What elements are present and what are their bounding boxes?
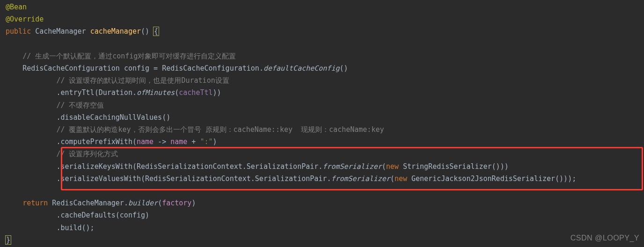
paren: () <box>339 64 348 73</box>
dot: . <box>259 64 263 73</box>
var-ref: config <box>120 211 145 219</box>
op: + <box>187 138 200 146</box>
op: = <box>154 64 158 73</box>
open-brace: { <box>153 27 159 36</box>
static-method: defaultCacheConfig <box>263 64 340 73</box>
keyword-new: new <box>386 162 399 171</box>
paren: () <box>162 113 170 122</box>
comment: // 不缓存空值 <box>56 101 104 109</box>
method: cacheDefaults <box>60 211 115 219</box>
class-ref: Duration <box>99 88 132 97</box>
method-name: cacheManager <box>90 27 141 36</box>
keyword-public: public <box>6 27 31 36</box>
paren: () <box>141 27 149 36</box>
paren: ( <box>132 162 137 171</box>
static-method: fromSerializer <box>322 162 381 171</box>
paren: ())); <box>555 174 576 183</box>
code-editor[interactable]: @Bean @Override public CacheManager cach… <box>0 0 644 246</box>
method: disableCachingNullValues <box>60 113 162 122</box>
keyword-new: new <box>395 174 407 183</box>
paren: ( <box>158 199 162 207</box>
paren: ) <box>191 199 196 207</box>
lambda-param: name <box>137 138 154 146</box>
paren: ) <box>213 138 217 146</box>
paren: ( <box>141 174 145 183</box>
static-method: ofMinutes <box>137 88 175 97</box>
class-ref: SerializationPair <box>255 174 327 183</box>
dot: . <box>318 162 322 171</box>
paren: ( <box>382 162 386 171</box>
class-ref: SerializationPair <box>247 162 319 171</box>
comment: // 生成一个默认配置，通过config对象即可对缓存进行自定义配置 <box>22 52 236 60</box>
class-ref: RedisSerializationContext <box>145 174 251 183</box>
method: build <box>60 224 81 232</box>
close-brace: } <box>5 235 11 245</box>
method: entryTtl <box>60 88 94 97</box>
arrow: -> <box>154 138 170 146</box>
method: serializeKeysWith <box>60 162 132 171</box>
paren: ())) <box>492 162 509 171</box>
param: factory <box>162 199 191 207</box>
paren: ) <box>145 211 149 219</box>
var: config <box>124 64 149 73</box>
dot: . <box>251 174 255 183</box>
field: cacheTtl <box>179 88 212 97</box>
method: computePrefixWith <box>60 138 132 146</box>
comment: // 设置缓存的默认过期时间，也是使用Duration设置 <box>56 76 229 85</box>
static-method: fromSerializer <box>331 174 390 183</box>
class-ref: RedisCacheConfiguration <box>162 64 259 73</box>
paren: ( <box>132 138 137 146</box>
paren: ( <box>390 174 395 183</box>
dot: . <box>242 162 247 171</box>
paren: (); <box>82 224 95 232</box>
paren: ( <box>175 88 179 97</box>
static-method: builder <box>128 199 158 207</box>
class-ref: RedisSerializationContext <box>137 162 242 171</box>
var-ref: name <box>170 138 187 146</box>
comment: // 设置序列化方式 <box>56 150 118 158</box>
string-literal: ":" <box>200 138 212 146</box>
watermark: CSDN @LOOPY_Y <box>571 232 639 244</box>
paren: )) <box>213 88 221 97</box>
return-type: CacheManager <box>35 27 86 36</box>
class-ref: GenericJackson2JsonRedisSerializer <box>411 174 555 183</box>
dot: . <box>124 199 128 207</box>
class-ref: RedisCacheManager <box>52 199 124 207</box>
paren: ( <box>116 211 120 219</box>
dot: . <box>132 88 137 97</box>
keyword-return: return <box>22 199 48 207</box>
annotation-bean: @Bean <box>6 3 27 11</box>
method: serializeValuesWith <box>60 174 141 183</box>
paren: ( <box>95 88 99 97</box>
comment: // 覆盖默认的构造key，否则会多出一个冒号 原规则：cacheName::k… <box>56 125 384 134</box>
class-ref: StringRedisSerializer <box>403 162 492 171</box>
type: RedisCacheConfiguration <box>22 64 120 73</box>
annotation-override: @Override <box>6 15 44 23</box>
